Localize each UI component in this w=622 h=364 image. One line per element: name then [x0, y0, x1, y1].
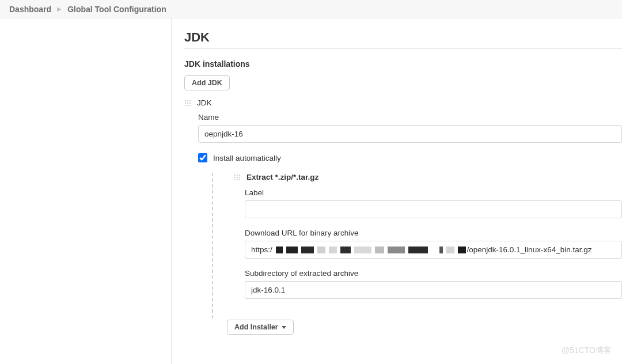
redacted-url-segment: [276, 247, 466, 253]
install-automatically-label: Install automatically: [213, 154, 281, 162]
jdk-name-label: Name: [198, 113, 622, 122]
svg-point-0: [185, 100, 186, 101]
download-url-label: Download URL for binary archive: [245, 229, 622, 237]
installer-block: Extract *.zip/*.tar.gz Label Download UR…: [212, 173, 622, 318]
subdir-label: Subdirectory of extracted archive: [245, 269, 622, 278]
svg-point-6: [185, 105, 186, 106]
install-automatically-checkbox[interactable]: [198, 153, 207, 162]
section-title-jdk: JDK: [184, 30, 622, 45]
svg-point-7: [187, 105, 188, 106]
installer-title: Extract *.zip/*.tar.gz: [246, 173, 318, 181]
svg-point-12: [234, 177, 236, 178]
add-installer-button-label: Add Installer: [234, 323, 278, 331]
installer-label-label: Label: [245, 188, 622, 197]
svg-point-8: [189, 105, 191, 106]
svg-point-1: [187, 100, 188, 101]
jdk-instance-block: JDK Name Install automatically: [184, 98, 622, 335]
url-prefix-text: https:/: [251, 245, 272, 254]
jdk-name-input[interactable]: [198, 125, 622, 143]
svg-point-9: [234, 175, 236, 176]
svg-point-4: [187, 103, 188, 104]
jdk-installations-label: JDK installations: [184, 59, 622, 69]
section-divider: [184, 48, 622, 49]
breadcrumb-global-tool-config[interactable]: Global Tool Configuration: [67, 5, 166, 14]
svg-point-5: [189, 103, 191, 104]
installer-label-input[interactable]: [245, 200, 622, 218]
svg-point-15: [234, 179, 236, 180]
left-sidebar: [0, 18, 172, 364]
drag-handle-icon[interactable]: [184, 100, 191, 107]
download-url-input[interactable]: https:/: [245, 241, 622, 259]
subdir-input[interactable]: [245, 281, 622, 299]
svg-point-11: [239, 175, 240, 176]
svg-point-13: [237, 177, 238, 178]
jdk-block-header: JDK: [197, 98, 212, 107]
svg-point-3: [185, 103, 186, 104]
breadcrumb-dashboard[interactable]: Dashboard: [9, 5, 51, 14]
drag-handle-icon[interactable]: [234, 174, 241, 181]
svg-point-14: [239, 177, 240, 178]
svg-point-2: [189, 100, 191, 101]
add-installer-button[interactable]: Add Installer: [227, 320, 294, 335]
breadcrumb: Dashboard ▶ Global Tool Configuration: [0, 0, 622, 18]
svg-point-17: [239, 179, 240, 180]
main-content: JDK JDK installations Add JDK JDK Name: [172, 18, 622, 364]
chevron-down-icon: [282, 326, 286, 329]
svg-point-10: [237, 175, 238, 176]
url-suffix-text: /openjdk-16.0.1_linux-x64_bin.tar.gz: [467, 245, 592, 254]
chevron-right-icon: ▶: [57, 6, 62, 12]
svg-point-16: [237, 179, 238, 180]
add-jdk-button[interactable]: Add JDK: [184, 75, 230, 90]
